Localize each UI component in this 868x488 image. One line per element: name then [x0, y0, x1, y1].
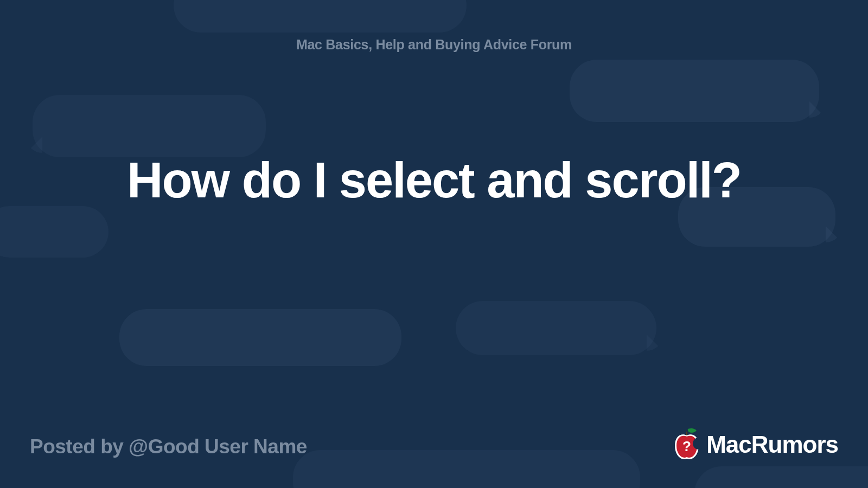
posted-by-prefix: Posted by @	[30, 435, 148, 458]
bg-bubble	[694, 466, 868, 488]
svg-text:?: ?	[682, 438, 691, 454]
posted-by-line: Posted by @Good User Name	[30, 435, 307, 458]
bg-bubble	[119, 309, 401, 366]
bg-bubble	[0, 206, 108, 258]
forum-name: Mac Basics, Help and Buying Advice Forum	[0, 37, 868, 53]
brand-name: MacRumors	[706, 431, 838, 458]
brand-logo: ? MacRumors	[672, 427, 838, 462]
bg-bubble	[174, 0, 467, 33]
thread-title: How do I select and scroll?	[0, 152, 868, 209]
bg-bubble	[293, 450, 640, 488]
bg-bubble	[570, 60, 819, 122]
bg-bubble	[456, 301, 656, 355]
apple-icon: ?	[672, 427, 702, 462]
author-name: Good User Name	[148, 435, 307, 458]
bg-bubble	[33, 95, 266, 157]
